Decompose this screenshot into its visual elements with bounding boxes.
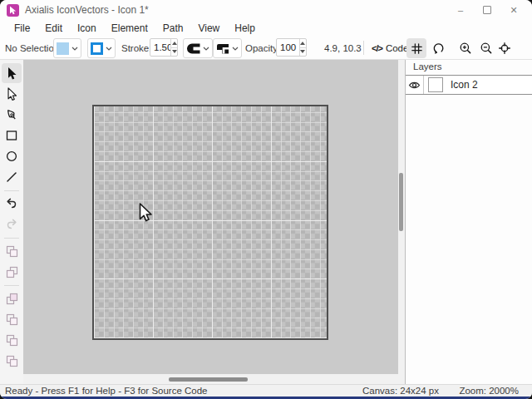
- fill-color-picker[interactable]: [53, 38, 81, 58]
- shape-exclude-button[interactable]: [2, 351, 22, 371]
- toolbar-separator: [363, 41, 364, 55]
- ellipse-icon: [5, 150, 18, 163]
- minimize-button[interactable]: –: [447, 0, 474, 20]
- horizontal-scrollbar-thumb[interactable]: [169, 377, 248, 382]
- pen-tool[interactable]: [2, 105, 22, 125]
- bring-forward-button[interactable]: [2, 241, 22, 261]
- arrow-up-icon: [300, 42, 305, 45]
- line-tool[interactable]: [2, 167, 22, 187]
- chevron-down-icon: [106, 47, 112, 51]
- line-join-dropdown[interactable]: [213, 38, 242, 58]
- stroke-color-picker[interactable]: [87, 38, 116, 58]
- maximize-button[interactable]: [474, 0, 500, 20]
- layer-row[interactable]: Icon 2: [406, 75, 532, 95]
- redo-button[interactable]: [2, 214, 22, 234]
- opacity-label: Opacity:: [245, 37, 280, 59]
- statusbar: Ready - Press F1 for Help - F3 for Sourc…: [0, 384, 532, 397]
- undo-icon: [5, 197, 18, 210]
- arrow-up-icon: [172, 42, 177, 45]
- send-backward-button[interactable]: [2, 262, 22, 282]
- ellipse-tool[interactable]: [2, 146, 22, 166]
- chevron-down-icon: [203, 47, 209, 51]
- menu-element[interactable]: Element: [104, 20, 155, 37]
- chevron-down-icon: [232, 47, 239, 51]
- layers-panel-title: Layers: [406, 60, 532, 75]
- status-message: Ready - Press F1 for Help - F3 for Sourc…: [5, 386, 208, 396]
- exclude-icon: [5, 354, 18, 367]
- stroke-increment-button[interactable]: [171, 39, 177, 48]
- menu-help[interactable]: Help: [227, 20, 263, 37]
- app-window: Axialis IconVectors - Icon 1* – ✕ File E…: [0, 0, 532, 399]
- rotate-view-button[interactable]: [429, 38, 449, 58]
- select-arrow-icon: [7, 66, 17, 81]
- layers-panel: Layers Icon 2: [405, 60, 532, 384]
- overlap-squares-icon: [5, 244, 18, 258]
- stroke-decrement-button[interactable]: [171, 48, 177, 57]
- selection-status: No Selection: [5, 37, 59, 59]
- horizontal-scrollbar[interactable]: [23, 374, 405, 384]
- code-button-label: Code: [386, 43, 409, 53]
- toolbar: No Selection Stroke:: [0, 37, 532, 60]
- rectangle-icon: [5, 129, 18, 142]
- palette-separator: [4, 190, 19, 191]
- stroke-width-input[interactable]: [150, 39, 170, 56]
- menu-view[interactable]: View: [190, 20, 227, 37]
- select-tool[interactable]: [2, 63, 22, 83]
- workarea: [23, 60, 405, 384]
- vertical-scrollbar-thumb[interactable]: [399, 173, 403, 231]
- pen-nib-icon: [5, 108, 18, 121]
- zoom-out-icon: [479, 41, 494, 56]
- shape-union-button[interactable]: [2, 288, 22, 308]
- code-view-button[interactable]: </> Code: [372, 37, 408, 59]
- overlap-squares-icon: [5, 265, 18, 278]
- undo-button[interactable]: [2, 194, 22, 214]
- zoom-in-button[interactable]: [456, 38, 475, 58]
- cursor-coordinates: 4.9, 10.3: [324, 37, 362, 59]
- vertical-scrollbar[interactable]: [398, 60, 405, 374]
- menu-file[interactable]: File: [7, 20, 37, 37]
- eye-icon: [408, 81, 421, 90]
- opacity-increment-button[interactable]: [300, 39, 306, 48]
- direct-select-tool[interactable]: [2, 84, 22, 104]
- union-icon: [5, 292, 18, 305]
- tool-palette: [0, 60, 23, 384]
- zoom-out-button[interactable]: [476, 38, 496, 58]
- arrow-down-icon: [300, 50, 305, 53]
- palette-separator: [4, 285, 19, 286]
- zoom-in-icon: [458, 41, 473, 56]
- close-button[interactable]: ✕: [500, 0, 527, 20]
- redo-icon: [5, 218, 18, 231]
- close-icon: ✕: [510, 5, 517, 16]
- code-icon: </>: [372, 43, 382, 53]
- direct-select-arrow-icon: [7, 87, 17, 101]
- rectangle-tool[interactable]: [2, 126, 22, 145]
- status-zoom-level: Zoom: 2000%: [459, 386, 519, 396]
- stroke-label: Stroke:: [121, 37, 151, 59]
- fill-color-swatch: [57, 42, 69, 55]
- layer-thumbnail[interactable]: [428, 77, 443, 92]
- rotate-icon: [431, 41, 446, 56]
- shape-subtract-button[interactable]: [2, 309, 22, 329]
- grid-toggle-button[interactable]: [406, 38, 426, 58]
- menu-path[interactable]: Path: [155, 20, 191, 37]
- main-area: Layers Icon 2: [0, 60, 532, 384]
- line-cap-dropdown[interactable]: [183, 38, 213, 58]
- mouse-cursor-icon: [139, 203, 155, 224]
- menu-edit[interactable]: Edit: [37, 20, 70, 37]
- opacity-decrement-button[interactable]: [300, 48, 306, 57]
- app-logo-icon: [7, 4, 19, 17]
- menu-icon[interactable]: Icon: [70, 20, 104, 37]
- layer-visibility-toggle[interactable]: [406, 76, 424, 94]
- arrow-down-icon: [172, 50, 177, 53]
- window-title: Axialis IconVectors - Icon 1*: [25, 4, 149, 16]
- drawing-canvas[interactable]: [92, 105, 328, 340]
- line-icon: [5, 170, 18, 184]
- subtract-icon: [5, 313, 18, 326]
- palette-separator: [4, 238, 19, 239]
- opacity-input[interactable]: [277, 39, 299, 56]
- zoom-fit-button[interactable]: [495, 38, 515, 58]
- minimize-icon: –: [458, 5, 463, 15]
- maximize-icon: [483, 6, 491, 14]
- intersect-icon: [5, 333, 18, 347]
- shape-intersect-button[interactable]: [2, 330, 22, 350]
